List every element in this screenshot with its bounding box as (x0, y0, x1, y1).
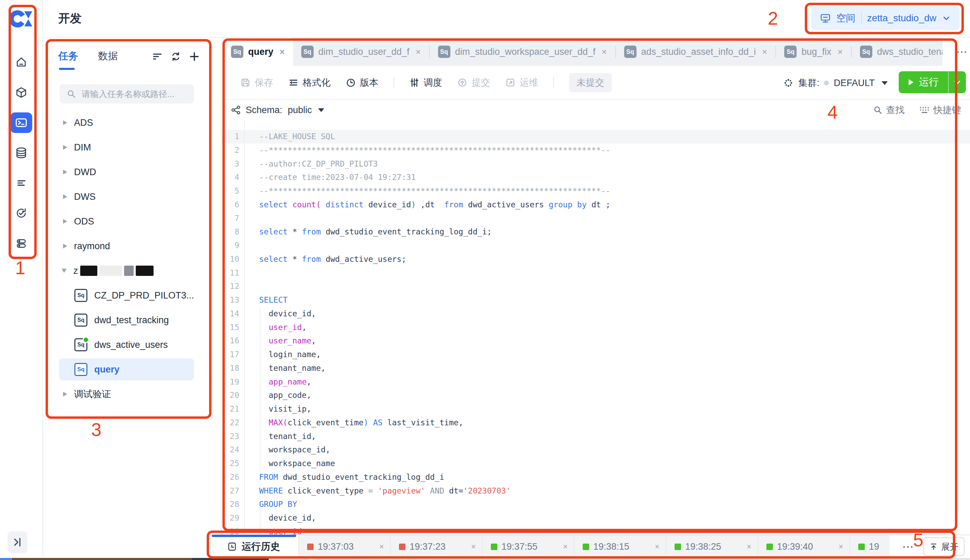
tree-item-CZ_DP_PRD_PILOT3[interactable]: SqCZ_DP_PRD_PILOT3... (43, 283, 221, 308)
code-line-5[interactable]: 5--*************************************… (222, 184, 970, 198)
panel-tab-任务[interactable]: 任务 (58, 49, 78, 63)
schema-value[interactable]: public (288, 105, 312, 115)
close-icon[interactable]: × (747, 542, 751, 552)
tree-item-dws_active_users[interactable]: Sqdws_active_users (43, 332, 221, 357)
code-line-30[interactable]: 30 user_id (222, 525, 970, 535)
caret-right-icon[interactable] (63, 145, 67, 150)
code-line-2[interactable]: 2--*************************************… (222, 143, 970, 157)
sql-editor[interactable]: 1--LAKE_HOUSE SQL2--********************… (222, 120, 970, 535)
tree-item-DWD[interactable]: DWD (43, 160, 221, 184)
caret-right-icon[interactable] (63, 170, 67, 175)
code-line-27[interactable]: 27WHERE click_event_type = 'pageview' AN… (222, 484, 970, 498)
version-button[interactable]: 版本 (345, 77, 378, 89)
task-search[interactable] (60, 84, 194, 103)
code-line-16[interactable]: 16 user_name, (222, 334, 970, 348)
run-history-tab[interactable]: 运行历史 (209, 535, 299, 558)
ops-check-nav-sync-icon[interactable] (10, 203, 32, 223)
code-line-28[interactable]: 28GROUP BY (222, 498, 970, 511)
code-line-15[interactable]: 15 user_id, (222, 321, 970, 335)
code-line-6[interactable]: 6select count( distinct device_id) ,dt f… (222, 198, 970, 212)
expand-button[interactable]: 展开 (923, 537, 965, 556)
tree-item-z[interactable]: z (43, 258, 221, 283)
code-line-29[interactable]: 29 device_id, (222, 511, 970, 525)
tree-item-调试验证[interactable]: 调试验证 (43, 382, 221, 407)
caret-right-icon[interactable] (63, 244, 67, 248)
code-line-11[interactable]: 11 (222, 266, 970, 280)
panel-tab-数据[interactable]: 数据 (98, 49, 118, 63)
close-icon[interactable]: × (838, 47, 843, 57)
data-nav-database-icon[interactable] (10, 143, 32, 163)
task-list-nav-list-icon[interactable] (10, 173, 32, 193)
close-icon[interactable]: × (471, 542, 476, 552)
editor-tab-ads_studio_asset_info_dd_i[interactable]: Sqads_studio_asset_info_dd_i× (616, 38, 776, 66)
filter-icon[interactable] (152, 52, 162, 62)
code-line-12[interactable]: 12 (222, 280, 970, 293)
tree-item-query[interactable]: Sqquery (43, 357, 221, 382)
editor-tab-dim_studio_user_dd_f[interactable]: Sqdim_studio_user_dd_f× (293, 38, 429, 66)
close-icon[interactable]: × (762, 47, 767, 57)
cluster-selector[interactable]: 集群: DEFAULT (783, 66, 888, 100)
close-icon[interactable]: × (839, 542, 843, 552)
close-icon[interactable]: × (655, 542, 660, 552)
close-icon[interactable]: × (563, 542, 568, 552)
run-options-button[interactable] (949, 71, 966, 93)
code-line-14[interactable]: 14 device_id, (222, 307, 970, 321)
history-chip-19[interactable]: 19 (850, 535, 890, 558)
develop-nav-terminal-icon[interactable] (10, 112, 32, 133)
refresh-icon[interactable] (171, 52, 181, 62)
shortcuts-button[interactable]: 快捷键 (919, 104, 961, 116)
code-line-22[interactable]: 22 MAX(click_event_time) AS last_visit_t… (222, 416, 970, 430)
code-line-24[interactable]: 24 workspace_id, (222, 443, 970, 457)
home-nav-home-icon[interactable] (10, 52, 32, 73)
resources-nav-server-icon[interactable] (10, 233, 32, 253)
editor-tab-dws_studio_tena[interactable]: Sqdws_studio_tena (852, 38, 943, 66)
code-line-10[interactable]: 10select * from dwd_active_users; (222, 253, 970, 266)
code-line-3[interactable]: 3--author:CZ_DP_PRD_PILOT3 (222, 157, 970, 171)
history-chip-19:37:03[interactable]: 19:37:03× (299, 535, 391, 558)
projects-nav-cube-icon[interactable] (10, 82, 32, 103)
caret-right-icon[interactable] (63, 392, 67, 397)
tab-overflow-icon[interactable]: ⋯ (956, 45, 967, 58)
tree-item-DWS[interactable]: DWS (43, 184, 221, 209)
code-line-26[interactable]: 26FROM dwd_studio_event_tracking_log_dd_… (222, 470, 970, 484)
close-icon[interactable]: × (415, 47, 420, 57)
code-line-13[interactable]: 13SELECT (222, 293, 970, 307)
history-chip-19:38:15[interactable]: 19:38:15× (575, 535, 666, 558)
code-line-18[interactable]: 18 tenant_name, (222, 362, 970, 375)
code-line-8[interactable]: 8select * from dwd_studio_event_tracking… (222, 225, 970, 239)
schedule-button[interactable]: 调度 (409, 77, 442, 89)
collapse-panel-button[interactable] (8, 531, 27, 553)
more-history-icon[interactable]: ⋯ (902, 540, 914, 553)
history-chip-19:39:40[interactable]: 19:39:40× (758, 535, 850, 558)
caret-down-icon[interactable] (62, 269, 67, 273)
code-line-4[interactable]: 4--create time:2023-07-04 19:27:31 (222, 171, 970, 184)
run-button[interactable]: 运行 (899, 71, 966, 93)
caret-right-icon[interactable] (63, 194, 67, 199)
editor-tab-bug_fix[interactable]: Sqbug_fix× (776, 38, 851, 66)
close-icon[interactable]: × (602, 47, 607, 57)
workspace-selector[interactable]: 空间 zetta_studio_dw (811, 6, 960, 30)
history-chip-19:37:55[interactable]: 19:37:55× (483, 535, 575, 558)
history-chip-19:37:23[interactable]: 19:37:23× (391, 535, 483, 558)
find-button[interactable]: 查找 (873, 104, 905, 116)
add-task-icon[interactable] (189, 52, 200, 62)
code-line-9[interactable]: 9 (222, 239, 970, 253)
code-line-20[interactable]: 20 app_code, (222, 388, 970, 402)
caret-right-icon[interactable] (63, 219, 67, 224)
code-line-17[interactable]: 17 login_name, (222, 348, 970, 362)
close-icon[interactable]: × (380, 542, 384, 552)
code-line-23[interactable]: 23 tenant_id, (222, 430, 970, 443)
history-chip-19:38:25[interactable]: 19:38:25× (666, 535, 758, 558)
editor-tab-dim_studio_workspace_user_dd_f[interactable]: Sqdim_studio_workspace_user_dd_f× (430, 38, 615, 66)
code-line-1[interactable]: 1--LAKE_HOUSE SQL (222, 130, 970, 143)
format-button[interactable]: 格式化 (288, 77, 330, 89)
tree-item-ODS[interactable]: ODS (43, 209, 221, 234)
tree-item-raymond[interactable]: raymond (43, 234, 221, 258)
search-input[interactable] (81, 89, 185, 99)
code-line-21[interactable]: 21 visit_ip, (222, 402, 970, 416)
code-line-7[interactable]: 7 (222, 212, 970, 225)
code-line-25[interactable]: 25 workspace_name (222, 457, 970, 470)
code-line-19[interactable]: 19 app_name, (222, 375, 970, 389)
tree-item-dwd_test_tracking[interactable]: Sqdwd_test_tracking (43, 308, 221, 332)
close-icon[interactable]: × (280, 47, 285, 57)
